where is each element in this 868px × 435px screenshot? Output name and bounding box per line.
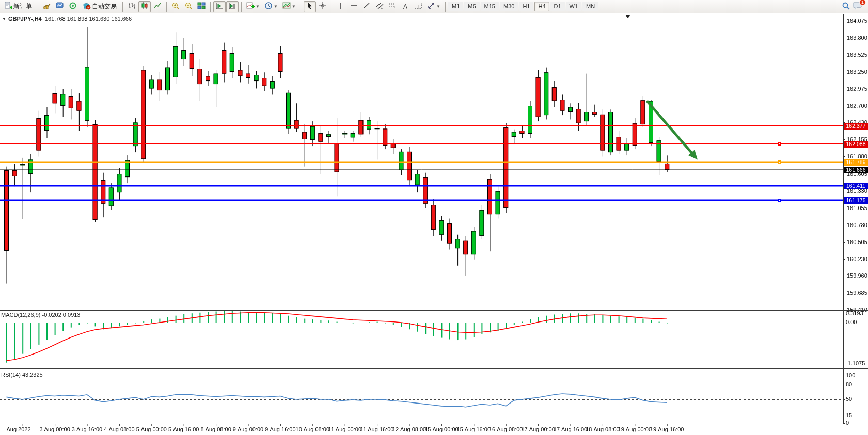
zoom-in-icon: [171, 2, 180, 11]
toolbar-separator: [301, 2, 301, 12]
search-icon: [842, 2, 850, 12]
dropdown-caret-icon: ▼: [292, 5, 296, 9]
horizontal-line-icon: [350, 2, 358, 11]
equidistant-channel-button[interactable]: E: [373, 1, 386, 12]
autotrading-button[interactable]: 自动交易: [80, 1, 120, 12]
timeframe-button-M15[interactable]: M15: [481, 2, 499, 11]
arrows-icon: [427, 2, 435, 11]
candlestick-chart-button[interactable]: [138, 1, 151, 12]
price-tag-161.175[interactable]: 161.175: [844, 197, 868, 204]
chart-shift-icon: [228, 2, 236, 11]
toolbar-separator: [210, 2, 211, 12]
dropdown-caret-icon: ▼: [256, 5, 260, 9]
candlestick-chart-icon: [140, 2, 149, 11]
new-order-button[interactable]: 新订单: [1, 1, 35, 12]
price-tag-161.666[interactable]: 161.666: [844, 167, 868, 173]
indicators-icon: [246, 2, 255, 11]
svg-text:E: E: [381, 6, 383, 9]
chart-window: ▼GBPJPY-,H4 161.768 161.898 161.630 161.…: [0, 13, 868, 435]
periods-icon: [264, 2, 273, 11]
periods-button[interactable]: ▼: [262, 1, 280, 12]
text-button[interactable]: A: [399, 1, 412, 12]
timeframe-button-D1[interactable]: D1: [550, 2, 565, 11]
crosshair-icon: [319, 2, 327, 11]
price-tag-162.377[interactable]: 162.377: [844, 123, 868, 130]
timeframe-button-M1[interactable]: M1: [448, 2, 463, 11]
toolbar-separator: [445, 2, 446, 12]
vertical-line-icon: [337, 2, 345, 11]
toolbar-separator: [122, 2, 123, 12]
timeframe-button-MN[interactable]: MN: [582, 2, 598, 11]
ohlc-values-text: 161.768 161.898 161.630 161.666: [45, 15, 132, 22]
autotrading-icon: [83, 2, 91, 11]
horizontal-line-button[interactable]: [348, 1, 360, 12]
chart-symbol-label: ▼GBPJPY-,H4 161.768 161.898 161.630 161.…: [2, 15, 132, 22]
main-toolbar: 新订单 自动交易 ▼ ▼: [0, 0, 868, 13]
vertical-line-button[interactable]: [335, 1, 347, 12]
trendline-icon: [362, 2, 371, 11]
search-button[interactable]: [840, 1, 852, 12]
terminal-icon: [56, 2, 64, 11]
text-icon: A: [403, 3, 407, 10]
templates-icon: [282, 2, 291, 11]
signals-button[interactable]: [67, 1, 79, 12]
chart-shift-button[interactable]: [226, 1, 239, 12]
timeframe-group: M1M5M15M30H1H4D1W1MN: [448, 2, 598, 11]
templates-button[interactable]: ▼: [280, 1, 298, 12]
equidistant-channel-icon: E: [375, 2, 384, 11]
notifications-button[interactable]: 1: [853, 1, 863, 12]
price-tag-161.789[interactable]: 161.789: [844, 159, 868, 166]
toolbar-separator: [38, 2, 38, 12]
macd-label: MACD(12,26,9) -0.0202 0.0913: [1, 312, 80, 318]
timeframe-button-M30[interactable]: M30: [500, 2, 518, 11]
tile-windows-icon: [197, 2, 206, 11]
timeframe-button-H4[interactable]: H4: [534, 2, 549, 11]
dropdown-caret-icon: ▼: [274, 5, 278, 9]
text-label-button[interactable]: T: [412, 1, 424, 12]
rsi-label: RSI(14) 43.2325: [1, 372, 43, 378]
dropdown-caret-icon: ▼: [436, 5, 440, 9]
charts-button[interactable]: [41, 1, 53, 12]
chart-canvas[interactable]: [0, 13, 868, 435]
svg-text:F: F: [394, 5, 396, 9]
new-order-icon: [4, 2, 12, 11]
zoom-out-button[interactable]: [182, 1, 195, 12]
symbol-period-text: GBPJPY-,H4: [8, 15, 42, 22]
timeframe-button-M5[interactable]: M5: [464, 2, 479, 11]
bar-chart-icon: [128, 2, 136, 11]
signals-icon: [69, 2, 77, 11]
trendline-button[interactable]: [360, 1, 373, 12]
autotrading-label: 自动交易: [92, 2, 117, 11]
zoom-out-icon: [184, 2, 193, 11]
svg-text:T: T: [417, 4, 420, 9]
crosshair-button[interactable]: [317, 1, 329, 12]
timeframe-button-W1[interactable]: W1: [566, 2, 582, 11]
terminal-button[interactable]: [54, 1, 66, 12]
price-tag-162.088[interactable]: 162.088: [844, 141, 868, 148]
arrows-button[interactable]: ▼: [425, 1, 443, 12]
auto-scroll-icon: [215, 2, 224, 11]
indicators-button[interactable]: ▼: [244, 1, 262, 12]
charts-icon: [43, 2, 51, 11]
line-chart-button[interactable]: [151, 1, 164, 12]
fibonacci-icon: F: [388, 2, 397, 11]
new-order-label: 新订单: [13, 2, 32, 11]
auto-scroll-button[interactable]: [213, 1, 226, 12]
timeframe-button-H1[interactable]: H1: [519, 2, 533, 11]
cursor-icon: [306, 2, 314, 11]
tile-windows-button[interactable]: [195, 1, 208, 12]
toolbar-separator: [332, 2, 332, 12]
text-label-icon: T: [414, 2, 422, 11]
toolbar-separator: [166, 2, 167, 12]
price-tag-161.411[interactable]: 161.411: [844, 183, 868, 189]
cursor-button[interactable]: [304, 1, 316, 12]
toolbar-separator: [241, 2, 242, 12]
zoom-in-button[interactable]: [169, 1, 182, 12]
notification-badge: 1: [859, 0, 866, 6]
chart-dropdown-arrow-icon: ▼: [2, 17, 6, 21]
bar-chart-button[interactable]: [125, 1, 138, 12]
fibonacci-button[interactable]: F: [386, 1, 399, 12]
line-chart-icon: [153, 2, 162, 11]
